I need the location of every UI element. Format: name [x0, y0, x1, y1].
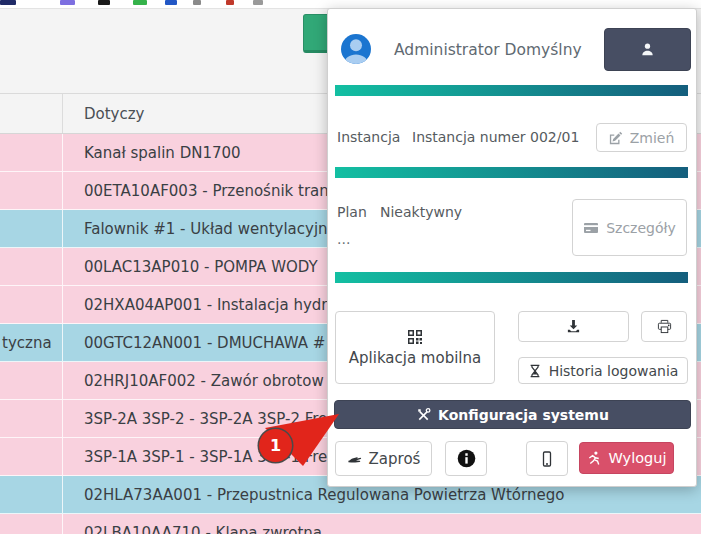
credit-card-icon: [583, 220, 599, 236]
cell-dotyczy: 00GTC12AN001 - DMUCHAWA #: [63, 334, 325, 352]
avatar: [341, 34, 371, 64]
bookmark-icon-2[interactable]: [60, 0, 75, 5]
instance-label: Instancja: [337, 129, 400, 145]
details-button[interactable]: Szczegóły: [572, 199, 687, 256]
info-button[interactable]: [445, 441, 487, 476]
annotation-badge: 1: [259, 429, 292, 462]
phone-button[interactable]: [526, 441, 568, 476]
info-icon: [457, 449, 476, 468]
hourglass-icon: [528, 364, 542, 378]
cell-first: tyczna: [0, 324, 63, 361]
table-row[interactable]: 02LBA10AA710 - Klapa zwrotna: [0, 514, 701, 534]
bookmark-icon-3[interactable]: [98, 0, 110, 5]
printer-icon: [657, 319, 672, 334]
bookmark-icon-7[interactable]: [226, 0, 234, 5]
cell-dotyczy: Kanał spalin DN1700: [63, 144, 241, 162]
invite-button[interactable]: Zaproś: [335, 441, 432, 476]
divider-gradient: [335, 167, 688, 178]
column-header-first[interactable]: [0, 94, 63, 133]
cell-dotyczy: 02HLA73AA001 - Przepustnica Regulowana P…: [63, 486, 564, 504]
tools-icon: [416, 407, 431, 422]
change-button[interactable]: Zmień: [596, 123, 687, 152]
plan-label: Plan: [337, 204, 367, 220]
instance-value: Instancja numer 002/01: [412, 129, 579, 145]
divider-gradient: [335, 85, 688, 96]
login-history-button[interactable]: Historia logowania: [518, 357, 688, 384]
bookmark-icon-8[interactable]: [253, 0, 263, 5]
logout-run-icon: [587, 451, 602, 466]
cell-dotyczy: 00LAC13AP010 - POMPA WODY: [63, 258, 318, 276]
column-header-dotyczy[interactable]: Dotyczy: [63, 105, 144, 123]
hand-icon: [347, 451, 362, 466]
mobile-app-button[interactable]: Aplikacja mobilna: [335, 311, 495, 384]
system-config-button[interactable]: Konfiguracja systemu: [334, 400, 691, 429]
user-name: Administrator Domyślny: [394, 41, 582, 59]
download-icon: [566, 319, 581, 334]
user-popup: Administrator Domyślny Instancja Instanc…: [327, 8, 697, 487]
mobile-icon: [539, 451, 555, 467]
logout-button[interactable]: Wyloguj: [579, 442, 674, 474]
bookmark-icon-4[interactable]: [133, 0, 147, 5]
divider-gradient: [335, 272, 688, 283]
cell-dotyczy: 02HXA04AP001 - Instalacja hydr: [63, 296, 328, 314]
bookmark-icon-5[interactable]: [165, 0, 177, 5]
plan-value: Nieaktywny: [380, 204, 462, 220]
download-button[interactable]: [518, 311, 629, 342]
cell-dotyczy: 02LBA10AA710 - Klapa zwrotna: [63, 524, 322, 534]
edit-icon: [609, 131, 623, 145]
bookmark-icon-6[interactable]: [193, 0, 201, 5]
profile-button[interactable]: [604, 28, 691, 71]
bookmark-icon-1[interactable]: [0, 0, 16, 5]
cell-dotyczy: Falownik #1 - Układ wentylacyjn: [63, 220, 328, 238]
plan-ellipsis: ...: [337, 231, 350, 247]
cell-dotyczy: 00ETA10AF003 - Przenośnik tran: [63, 182, 329, 200]
print-button[interactable]: [641, 311, 687, 342]
person-icon: [640, 42, 655, 57]
avatar-person-icon: [341, 34, 371, 64]
cell-dotyczy: 02HRJ10AF002 - Zawór obrotow: [63, 372, 324, 390]
qr-code-icon: [407, 329, 423, 345]
